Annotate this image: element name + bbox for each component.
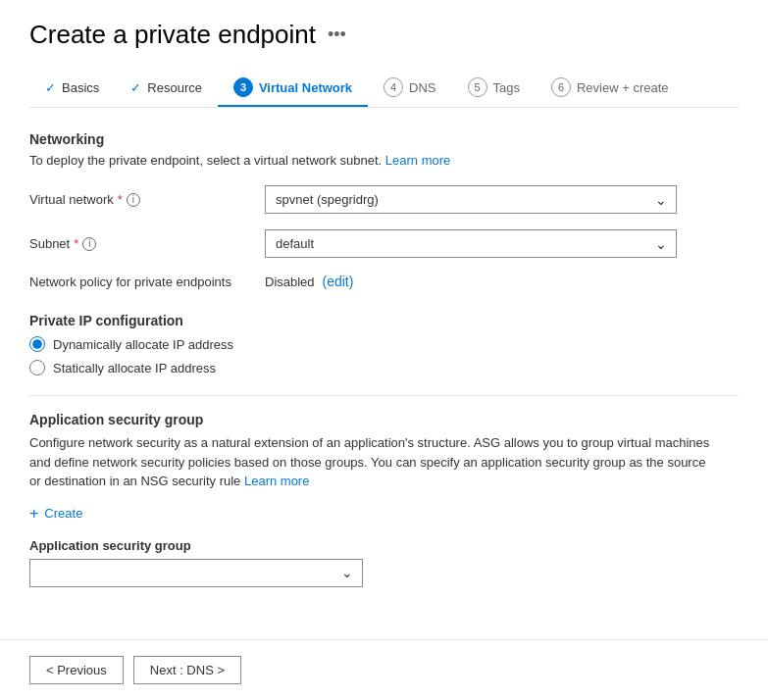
asg-learn-more[interactable]: Learn more bbox=[244, 474, 309, 488]
network-policy-row: Network policy for private endpoints Dis… bbox=[29, 274, 739, 289]
networking-learn-more[interactable]: Learn more bbox=[385, 153, 450, 168]
virtual-network-select[interactable]: spvnet (spegridrg) bbox=[265, 185, 677, 214]
asg-create-button[interactable]: + Create bbox=[29, 505, 82, 523]
virtual-network-label: Virtual network * i bbox=[29, 192, 265, 207]
previous-button[interactable]: < Previous bbox=[29, 656, 124, 684]
plus-icon: + bbox=[29, 505, 38, 523]
asg-dropdown-area: Application security group bbox=[29, 538, 739, 587]
network-policy-label: Network policy for private endpoints bbox=[29, 275, 265, 289]
tab-label-dns: DNS bbox=[409, 80, 435, 95]
radio-static[interactable]: Statically allocate IP address bbox=[29, 360, 739, 375]
page-header: Create a private endpoint ••• bbox=[29, 20, 739, 50]
tab-resource[interactable]: ✓ Resource bbox=[115, 73, 218, 105]
virtual-network-row: Virtual network * i spvnet (spegridrg) bbox=[29, 185, 739, 214]
tab-virtual-network[interactable]: 3 Virtual Network bbox=[218, 70, 368, 107]
tab-check-basics: ✓ bbox=[45, 80, 56, 95]
subnet-select[interactable]: default bbox=[265, 229, 677, 258]
subnet-control: default bbox=[265, 229, 677, 258]
networking-desc-text: To deploy the private endpoint, select a… bbox=[29, 153, 382, 168]
networking-title: Networking bbox=[29, 131, 739, 147]
networking-description: To deploy the private endpoint, select a… bbox=[29, 153, 739, 168]
subnet-required: * bbox=[74, 236, 78, 251]
tab-basics[interactable]: ✓ Basics bbox=[29, 73, 115, 105]
tab-label-resource: Resource bbox=[147, 80, 202, 95]
page-title: Create a private endpoint bbox=[29, 20, 316, 50]
asg-desc-text: Configure network security as a natural … bbox=[29, 435, 709, 488]
tab-label-tags: Tags bbox=[493, 80, 520, 95]
asg-description: Configure network security as a natural … bbox=[29, 433, 716, 491]
tab-tags[interactable]: 5 Tags bbox=[452, 70, 536, 107]
radio-static-label: Statically allocate IP address bbox=[53, 361, 216, 375]
asg-title: Application security group bbox=[29, 412, 739, 427]
private-ip-title: Private IP configuration bbox=[29, 313, 739, 328]
radio-dynamic-label: Dynamically allocate IP address bbox=[53, 337, 233, 352]
ip-radio-group: Dynamically allocate IP address Statical… bbox=[29, 336, 739, 375]
subnet-row: Subnet * i default bbox=[29, 229, 739, 258]
asg-group-label: Application security group bbox=[29, 538, 739, 553]
tab-label-virtual-network: Virtual Network bbox=[259, 80, 352, 95]
network-policy-value-area: Disabled (edit) bbox=[265, 274, 353, 289]
private-ip-section: Private IP configuration Dynamically all… bbox=[29, 313, 739, 375]
tab-number-dns: 4 bbox=[384, 77, 403, 97]
network-policy-value: Disabled bbox=[265, 275, 315, 289]
tab-number-tags: 5 bbox=[468, 77, 487, 97]
vnet-select-wrapper: spvnet (spegridrg) bbox=[265, 185, 677, 214]
vnet-info-icon[interactable]: i bbox=[127, 193, 140, 207]
tab-dns[interactable]: 4 DNS bbox=[368, 70, 451, 107]
more-options-icon[interactable]: ••• bbox=[328, 25, 346, 45]
asg-create-label: Create bbox=[44, 506, 82, 521]
main-content: Networking To deploy the private endpoin… bbox=[29, 131, 739, 587]
tab-check-resource: ✓ bbox=[130, 80, 141, 95]
network-policy-edit[interactable]: (edit) bbox=[322, 274, 353, 289]
radio-dynamic-input[interactable] bbox=[29, 336, 45, 352]
radio-static-input[interactable] bbox=[29, 360, 45, 375]
tab-label-review: Review + create bbox=[577, 80, 669, 95]
networking-section: Networking To deploy the private endpoin… bbox=[29, 131, 739, 289]
subnet-select-wrapper: default bbox=[265, 229, 677, 258]
tab-label-basics: Basics bbox=[62, 80, 99, 95]
subnet-label: Subnet * i bbox=[29, 236, 265, 251]
section-divider bbox=[29, 395, 739, 396]
wizard-tabs: ✓ Basics ✓ Resource 3 Virtual Network 4 … bbox=[29, 70, 739, 108]
tab-review-create[interactable]: 6 Review + create bbox=[536, 70, 685, 107]
subnet-info-icon[interactable]: i bbox=[82, 237, 96, 251]
asg-select-wrapper bbox=[29, 559, 363, 587]
asg-section: Application security group Configure net… bbox=[29, 412, 739, 587]
vnet-required: * bbox=[118, 192, 123, 207]
next-button[interactable]: Next : DNS > bbox=[133, 656, 241, 684]
virtual-network-control: spvnet (spegridrg) bbox=[265, 185, 677, 214]
asg-select[interactable] bbox=[29, 559, 363, 587]
tab-number-review: 6 bbox=[551, 77, 571, 97]
radio-dynamic[interactable]: Dynamically allocate IP address bbox=[29, 336, 739, 352]
footer-buttons: < Previous Next : DNS > bbox=[0, 639, 768, 700]
tab-number-virtual-network: 3 bbox=[233, 77, 253, 97]
